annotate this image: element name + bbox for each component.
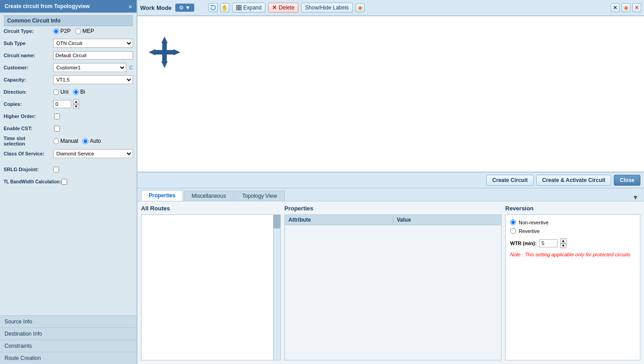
tab-topology-view[interactable]: Topology View [234,191,284,201]
wtr-down[interactable]: ▼ [560,243,566,248]
routes-scrollbar[interactable] [273,215,280,360]
p2p-radio-label[interactable]: P2P [53,28,71,34]
manual-radio[interactable] [53,138,59,144]
orange-icon-btn[interactable]: ◉ [621,3,630,12]
uni-radio-label[interactable]: Uni [53,89,69,95]
collapse-button[interactable]: » [128,3,132,10]
wtr-input[interactable] [539,239,557,247]
higher-order-label: Higher Order: [4,114,53,119]
higher-order-row: Higher Order: [4,111,133,121]
circuit-type-label: Circuit Type: [4,28,53,34]
copies-input[interactable] [53,100,71,108]
create-circuit-btn[interactable]: Create Circuit [486,175,534,186]
copies-spinner[interactable]: ▲ ▼ [73,99,79,109]
revertive-radio[interactable] [510,228,516,234]
circuit-name-input[interactable] [53,51,133,59]
source-info-nav[interactable]: Source Info [0,315,137,328]
copies-up[interactable]: ▲ [73,99,79,104]
svg-marker-4 [161,36,168,43]
customer-label: Customer: [4,65,53,70]
customer-select[interactable]: Customer1 [53,63,126,72]
toolbar-refresh-btn[interactable] [209,3,218,12]
svg-marker-5 [161,61,168,68]
constraints-nav[interactable]: Constraints [0,340,137,352]
routes-list-box[interactable] [141,214,281,360]
customer-row: Customer: Customer1 C [4,63,133,73]
toolbar: Work Mode ⚙ ▼ ✋ Expand [137,0,644,16]
svg-marker-6 [149,49,155,55]
canvas-area [137,16,644,172]
class-of-service-control: Diamond Service Gold Service Silver Serv… [53,149,133,158]
wtr-up[interactable]: ▲ [560,238,566,243]
tl-bandwidth-checkbox[interactable] [61,179,67,185]
tabs-collapse-btn[interactable]: ▼ [630,194,640,201]
svg-rect-10 [162,50,167,55]
copies-down[interactable]: ▼ [73,104,79,109]
wtr-spinner[interactable]: ▲ ▼ [560,238,566,248]
non-revertive-radio[interactable] [510,219,516,225]
destination-info-nav[interactable]: Destination Info [0,328,137,340]
srlg-disjoint-checkbox[interactable] [53,167,59,173]
customer-link[interactable]: C [129,65,133,70]
create-activate-circuit-btn[interactable]: Create & Activate Circuit [536,175,611,186]
properties-panel: Properties Attribute Value [284,205,502,360]
copies-label: Copies: [4,101,53,107]
class-of-service-row: Class Of Service: Diamond Service Gold S… [4,149,133,159]
close-x-btn[interactable]: ✕ [611,3,620,12]
bi-radio-label[interactable]: Bi [73,89,85,95]
enable-cst-row: Enable CST: [4,123,133,133]
close-btn[interactable]: Close [614,175,640,186]
show-hide-btn[interactable]: Show/Hide Labels [301,3,353,13]
prop-table-header: Attribute Value [285,215,501,225]
customer-control: Customer1 C [53,63,133,72]
all-routes-panel: All Routes [141,205,281,360]
refresh-icon [210,5,216,11]
svg-rect-2 [237,8,238,10]
tl-bandwidth-label: TL BandWidth Calculation: [4,179,61,184]
bi-radio[interactable] [73,89,79,95]
higher-order-checkbox[interactable] [54,114,60,119]
show-hide-label: Show/Hide Labels [305,5,349,11]
auto-radio[interactable] [82,138,88,144]
expand-btn[interactable]: Expand [232,3,266,13]
common-circuit-section: Common Circuit Info Circuit Type: P2P ME… [0,13,137,191]
class-of-service-select[interactable]: Diamond Service Gold Service Silver Serv… [53,149,133,158]
non-revertive-row: Non-revertive [510,219,635,225]
circuit-name-control [53,51,133,59]
left-panel-header: Create circuit from Topologyview » [0,0,137,13]
revertive-label: Revertive [519,228,539,234]
svg-marker-7 [174,49,180,55]
sub-type-row: Sub Type OTN Circuit SDH Circuit SONET C… [4,38,133,48]
mep-radio[interactable] [75,28,81,34]
action-bar: Create Circuit Create & Activate Circuit… [137,172,644,188]
toolbar-hand-btn[interactable]: ✋ [220,3,229,12]
delete-btn[interactable]: ✕ Delete [268,3,298,13]
panel-title: Create circuit from Topologyview [5,3,90,9]
work-mode-dropdown[interactable]: ⚙ ▼ [175,4,194,12]
properties-title: Properties [284,205,502,212]
tab-properties[interactable]: Properties [141,190,183,201]
expand-label: Expand [243,5,262,11]
enable-cst-label: Enable CST: [4,126,53,131]
enable-cst-checkbox[interactable] [54,126,60,132]
sub-type-select[interactable]: OTN Circuit SDH Circuit SONET Circuit [53,39,133,48]
srlg-disjoint-label: SRLG Disjoint: [4,167,53,172]
routes-scrollbar-thumb[interactable] [274,215,280,228]
reversion-panel: Reversion Non-revertive Revertive WTR (m… [505,205,640,360]
show-hide-icon-btn[interactable]: ◉ [356,3,365,12]
p2p-radio[interactable] [53,28,59,34]
route-creation-nav[interactable]: Route Creation [0,352,137,364]
window-close-btn[interactable]: ✕ [632,3,641,12]
circuit-name-row: Circuit name: [4,50,133,60]
direction-row: Direction: Uni Bi [4,87,133,97]
tab-miscellaneous[interactable]: Miscellaneous [184,191,233,201]
manual-radio-label[interactable]: Manual [53,138,78,144]
srlg-disjoint-row: SRLG Disjoint: [4,164,133,174]
auto-radio-label[interactable]: Auto [82,138,101,144]
uni-radio[interactable] [53,89,59,95]
mep-radio-label[interactable]: MEP [75,28,94,34]
value-col-header: Value [393,215,502,225]
svg-rect-1 [239,5,241,7]
capacity-select[interactable]: VT1.5 VT2 VT6 STS1 [53,75,133,84]
non-revertive-label: Non-revertive [519,220,548,225]
